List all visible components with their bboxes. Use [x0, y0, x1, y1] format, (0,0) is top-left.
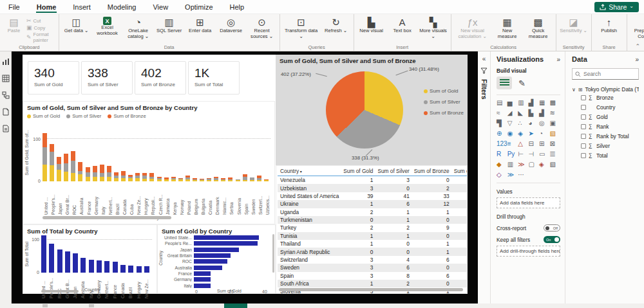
field-row-rank-by-total[interactable]: ∑Rank by Total — [581, 131, 639, 141]
model-view-icon[interactable] — [2, 91, 10, 99]
bar[interactable] — [41, 235, 46, 273]
ribbon-collapse-icon[interactable]: ⌃ — [635, 43, 640, 50]
bar[interactable] — [137, 266, 142, 273]
stacked-column-chart-icon[interactable]: ▅ — [507, 99, 518, 107]
dataverse-button[interactable]: ◎Dataverse — [216, 15, 246, 34]
bar[interactable] — [194, 235, 259, 240]
add-drill-through-fields-well[interactable]: Add drill-through fields here — [497, 246, 560, 257]
more-visuals-button[interactable]: ▚More visuals ⌄ — [419, 15, 448, 39]
field-row-rank[interactable]: ∑Rank — [581, 122, 639, 131]
area-chart-icon[interactable]: ◢ — [507, 109, 518, 117]
table-row[interactable]: Tunisia1102 — [278, 232, 468, 240]
gauge-icon[interactable]: ◔ — [539, 130, 549, 138]
total-bar-chart-visual[interactable]: Sum of Total by Country Sum of Total 100… — [23, 224, 157, 294]
bar[interactable] — [144, 266, 149, 273]
azure-map-icon[interactable]: ➤ — [529, 130, 539, 138]
arcgis-map-icon[interactable]: ◈ — [539, 161, 549, 168]
paste-button[interactable]: ▤Paste — [3, 15, 25, 34]
line-and-stacked-column-chart-icon[interactable]: ▙ — [529, 109, 539, 117]
kpi-icon[interactable]: △ — [518, 140, 528, 148]
table-row[interactable]: Turkmenistan0101 — [278, 216, 468, 224]
sensitivity-button[interactable]: ◪Sensitivity ⌄ — [559, 15, 589, 34]
bar[interactable] — [65, 251, 70, 273]
bar[interactable] — [194, 271, 211, 276]
page-icon[interactable] — [89, 304, 94, 307]
stacked-bar[interactable] — [228, 177, 232, 181]
transform-data-button[interactable]: ⊡Transform data ⌄ — [283, 15, 320, 39]
stacked-bar[interactable] — [200, 179, 204, 181]
stacked-bar[interactable] — [128, 175, 133, 181]
bar[interactable] — [97, 260, 102, 273]
gold-bar-chart-visual[interactable]: Sum of Gold by Country Country United St… — [157, 224, 276, 294]
bar[interactable] — [73, 253, 78, 273]
bar[interactable] — [194, 248, 239, 252]
field-row-bronze[interactable]: ∑Bronze — [581, 93, 639, 102]
waterfall-chart-icon[interactable]: ▜ — [497, 120, 507, 127]
image-icon[interactable]: ▢ — [529, 161, 539, 168]
h-scrollbar[interactable] — [41, 290, 79, 293]
stacked-bar[interactable] — [164, 177, 169, 181]
more-visuals-ellipsis-icon[interactable]: ⋯ — [518, 171, 528, 179]
line-and-clustered-column-chart-icon[interactable]: ▟ — [539, 109, 549, 117]
table-row[interactable]: Thailand1012 — [278, 240, 468, 248]
stacked-bar[interactable] — [93, 166, 97, 181]
bar[interactable] — [194, 253, 231, 258]
bar[interactable] — [49, 244, 54, 273]
enter-data-button[interactable]: ⊞Enter data — [185, 15, 215, 34]
power-apps-visual-icon[interactable]: ◇ — [497, 171, 507, 179]
field-row-total[interactable]: ∑Total — [581, 150, 639, 160]
stacked-bar[interactable] — [107, 166, 111, 181]
stacked-bar[interactable] — [157, 177, 162, 181]
add-data-fields-well[interactable]: Add data fields here — [497, 197, 560, 208]
bar[interactable] — [80, 258, 86, 273]
kpi-card[interactable]: 1KSum of Total — [188, 61, 240, 95]
bar[interactable] — [113, 262, 118, 273]
format-painter-button[interactable]: ✎Format painter — [26, 32, 56, 43]
table-icon[interactable]: ⊞ — [539, 140, 549, 148]
get-data-button[interactable]: ◫Get data ⌄ — [62, 15, 91, 34]
excel-workbook-button[interactable]: XExcel workbook — [93, 15, 122, 36]
treemap-icon[interactable]: ▣ — [550, 120, 560, 127]
column-header[interactable]: Sum of Gold — [342, 166, 376, 176]
column-header[interactable]: Country ▾ — [278, 166, 342, 176]
table-row[interactable]: Switzerland34613 — [278, 256, 468, 264]
field-checkbox[interactable] — [581, 114, 586, 120]
hundred-percent-stacked-column-chart-icon[interactable]: ▩ — [550, 99, 560, 107]
donut-chart-icon[interactable]: ◎ — [539, 120, 549, 127]
table-row[interactable]: Uganda2114 — [278, 208, 468, 216]
stacked-bar[interactable] — [214, 177, 218, 181]
clustered-bar-chart-icon[interactable]: ▥ — [518, 99, 528, 107]
report-page[interactable]: 340Sum of Gold338Sum of Silver402Sum of … — [23, 55, 468, 294]
collapse-pane-icon[interactable]: » — [635, 56, 639, 63]
bar[interactable] — [89, 260, 94, 273]
power-automate-icon[interactable]: ≫ — [507, 171, 518, 179]
column-header[interactable]: Sum of Total — [453, 166, 468, 176]
field-checkbox[interactable] — [581, 153, 586, 158]
table-tree-root[interactable]: ∨ ⊞ Tokyo Olympic Data (T... — [572, 86, 639, 93]
goals-metrics-icon[interactable]: ◆ — [497, 161, 507, 168]
build-visual-mode-button[interactable] — [497, 77, 512, 89]
menu-tab-home[interactable]: Home — [28, 0, 65, 14]
field-row-silver[interactable]: ∑Silver — [581, 141, 639, 150]
power-bi-report-icon[interactable]: ▥ — [507, 161, 518, 168]
bar[interactable] — [194, 284, 211, 288]
copy-button[interactable]: ▣Copy — [26, 24, 56, 31]
filled-map-icon[interactable]: ◉ — [507, 130, 518, 138]
stacked-bar[interactable] — [236, 179, 240, 181]
table-row[interactable]: Ukraine161219 — [278, 200, 468, 208]
table-row[interactable]: Venezuela1304 — [278, 176, 468, 185]
table-row[interactable]: Turkey22913 — [278, 224, 468, 231]
stacked-bar[interactable] — [135, 173, 140, 181]
stacked-bar[interactable] — [43, 133, 47, 181]
table-view-icon[interactable] — [2, 75, 10, 82]
field-checkbox[interactable] — [581, 124, 586, 129]
pie-chart-icon[interactable]: ◕ — [529, 120, 539, 127]
stacked-bar[interactable] — [243, 174, 247, 181]
sql-server-button[interactable]: ▥SQL Server — [155, 15, 184, 34]
column-header[interactable]: Sum of Silver — [376, 166, 412, 176]
v-scrollbar[interactable] — [272, 234, 274, 273]
search-box[interactable] — [572, 68, 639, 80]
shape-map-icon[interactable]: ◈ — [518, 130, 528, 138]
bar[interactable] — [120, 265, 126, 273]
stacked-column-chart-visual[interactable]: Sum of Gold, Sum of Silver and Sum of Br… — [23, 101, 275, 224]
